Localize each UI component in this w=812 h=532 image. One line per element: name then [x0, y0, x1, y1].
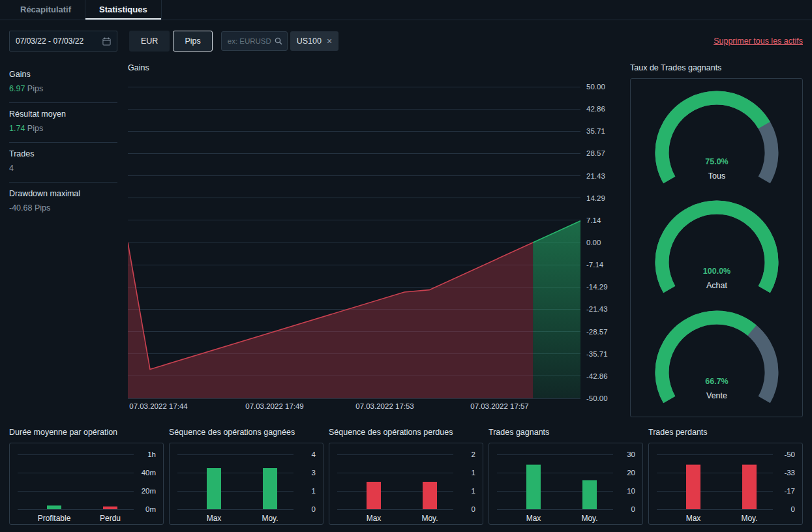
tab-statistiques[interactable]: Statistiques: [85, 0, 162, 20]
stat-gains: Gains 6.97 Pips: [9, 63, 117, 103]
svg-text:0: 0: [790, 505, 794, 513]
svg-text:-50.00: -50.00: [586, 394, 608, 402]
svg-text:20m: 20m: [141, 487, 155, 495]
svg-text:7.14: 7.14: [586, 216, 601, 224]
losing-streak-chart: 2110MaxMoy.: [329, 443, 483, 525]
filters-toolbar: 07/03/22 - 07/03/22 EUR Pips US100 × Sup…: [9, 31, 803, 52]
svg-text:30: 30: [627, 451, 635, 458]
winning-streak-title: Séquence des opérations gagnées: [169, 428, 323, 437]
winning-streak-section: Séquence des opérations gagnées 4310MaxM…: [169, 428, 323, 525]
svg-text:0.00: 0.00: [586, 239, 601, 246]
gains-chart-title: Gains: [128, 63, 624, 72]
losing-trades-title: Trades perdants: [648, 428, 803, 437]
svg-text:-50: -50: [784, 451, 795, 458]
stat-value: -40.68: [9, 203, 32, 213]
svg-text:0: 0: [631, 505, 635, 513]
svg-text:0: 0: [311, 505, 315, 513]
stat-max-drawdown: Drawdown maximal -40.68 Pips: [9, 183, 117, 222]
win-rate-panel: 75.0%Tous100.0%Achat66.7%Vente: [630, 78, 803, 417]
stats-sidebar: Gains 6.97 Pips Résultat moyen 1.74 Pips…: [9, 63, 117, 417]
svg-text:14.29: 14.29: [586, 194, 605, 202]
currency-eur-button[interactable]: EUR: [129, 31, 170, 52]
svg-text:Max: Max: [526, 514, 541, 523]
app-root: Récapitulatif Statistiques 07/03/22 - 07…: [0, 0, 812, 525]
svg-text:Achat: Achat: [706, 281, 727, 290]
gauge-achat: 100.0%Achat: [644, 197, 790, 299]
svg-text:-42.86: -42.86: [586, 372, 608, 380]
losing-trades-section: Trades perdants -50-33-170MaxMoy.: [648, 428, 803, 525]
svg-text:-21.43: -21.43: [586, 305, 608, 313]
svg-text:42.86: 42.86: [586, 105, 605, 113]
svg-text:07.03.2022 17:53: 07.03.2022 17:53: [355, 402, 414, 410]
svg-text:Moy.: Moy.: [262, 514, 278, 523]
svg-text:100.0%: 100.0%: [702, 267, 730, 276]
svg-text:Moy.: Moy.: [741, 514, 757, 523]
gauge-vente: 66.7%Vente: [644, 307, 790, 409]
svg-text:4: 4: [311, 451, 316, 458]
svg-text:Max: Max: [206, 514, 221, 523]
svg-text:-35.71: -35.71: [586, 350, 608, 358]
svg-text:Moy.: Moy.: [421, 514, 438, 523]
avg-duration-section: Durée moyenne par opération 1h40m20m0mPr…: [9, 428, 164, 525]
svg-text:Tous: Tous: [708, 171, 725, 181]
svg-text:Max: Max: [366, 514, 381, 523]
stat-trades: Trades 4: [9, 143, 117, 183]
svg-text:35.71: 35.71: [586, 127, 605, 135]
stat-label: Drawdown maximal: [9, 189, 117, 198]
avg-duration-chart: 1h40m20m0mProfitablePerdu: [9, 443, 164, 525]
svg-text:1: 1: [471, 469, 475, 477]
svg-text:1h: 1h: [147, 451, 156, 458]
stat-label: Gains: [9, 70, 117, 79]
remove-all-assets-link[interactable]: Supprimer tous les actifs: [714, 37, 803, 46]
avg-duration-title: Durée moyenne par opération: [9, 428, 164, 437]
win-rate-title: Taux de Trades gagnants: [630, 63, 803, 72]
winning-trades-section: Trades gagnants 3020100MaxMoy.: [489, 428, 643, 525]
svg-text:Vente: Vente: [706, 391, 727, 400]
losing-streak-section: Séquence des opérations perdues 2110MaxM…: [329, 428, 483, 525]
stat-value: 6.97: [9, 84, 25, 93]
stat-unit: Pips: [27, 84, 43, 93]
stat-unit: Pips: [27, 124, 43, 133]
svg-text:66.7%: 66.7%: [705, 377, 728, 386]
svg-text:07.03.2022 17:57: 07.03.2022 17:57: [470, 402, 529, 410]
svg-text:-17: -17: [784, 487, 795, 495]
stat-label: Résultat moyen: [9, 110, 117, 119]
tab-recapitulatif[interactable]: Récapitulatif: [7, 0, 85, 20]
stat-average-result: Résultat moyen 1.74 Pips: [9, 103, 117, 143]
svg-text:0: 0: [471, 505, 475, 513]
losing-streak-title: Séquence des opérations perdues: [329, 428, 483, 437]
pips-button[interactable]: Pips: [173, 31, 212, 52]
svg-text:-33: -33: [784, 469, 795, 477]
svg-text:Profitable: Profitable: [37, 514, 70, 523]
svg-text:3: 3: [311, 469, 315, 477]
gains-line-chart[interactable]: 50.0042.8635.7128.5721.4314.297.140.00-7…: [128, 78, 624, 416]
tab-bar: Récapitulatif Statistiques: [0, 0, 812, 20]
svg-text:07.03.2022 17:44: 07.03.2022 17:44: [129, 402, 188, 410]
svg-text:1: 1: [471, 487, 475, 495]
calendar-icon[interactable]: [102, 37, 111, 46]
date-range-input[interactable]: 07/03/22 - 07/03/22: [9, 31, 117, 52]
svg-text:-28.57: -28.57: [586, 328, 608, 336]
svg-text:Max: Max: [685, 514, 700, 523]
svg-text:0m: 0m: [145, 505, 156, 513]
stat-value: 1.74: [9, 124, 25, 133]
svg-text:21.43: 21.43: [586, 172, 605, 180]
date-range-value: 07/03/22 - 07/03/22: [16, 37, 83, 46]
asset-search-input[interactable]: [226, 37, 275, 46]
remove-asset-icon[interactable]: ×: [327, 37, 332, 46]
search-icon[interactable]: [275, 37, 282, 45]
stat-value: 4: [9, 164, 14, 173]
svg-text:75.0%: 75.0%: [705, 157, 728, 166]
svg-text:20: 20: [627, 469, 635, 477]
asset-tag-label: US100: [297, 37, 322, 46]
gains-chart-section: Gains 50.0042.8635.7128.5721.4314.297.14…: [128, 63, 624, 417]
asset-tag-us100[interactable]: US100 ×: [290, 31, 338, 51]
svg-text:1: 1: [311, 487, 315, 495]
losing-trades-chart: -50-33-170MaxMoy.: [648, 443, 803, 525]
svg-text:-7.14: -7.14: [586, 261, 604, 269]
stat-unit: Pips: [35, 203, 50, 213]
svg-text:50.00: 50.00: [586, 83, 605, 91]
svg-text:2: 2: [471, 451, 475, 458]
winning-trades-title: Trades gagnants: [489, 428, 643, 437]
asset-search-box[interactable]: [221, 31, 288, 51]
